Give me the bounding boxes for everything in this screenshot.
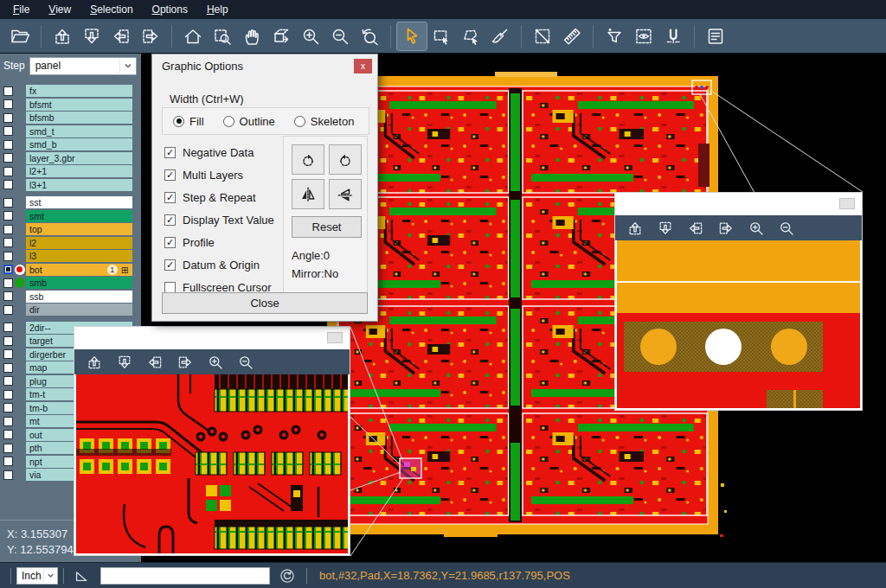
layer-visibility-checkbox[interactable] bbox=[3, 291, 13, 301]
layer-visibility-checkbox[interactable] bbox=[3, 278, 13, 288]
corner-angle-icon[interactable] bbox=[73, 567, 90, 585]
radio-fill[interactable]: Fill bbox=[173, 115, 204, 128]
checkbox[interactable] bbox=[164, 282, 176, 293]
layer-visibility-checkbox[interactable] bbox=[3, 457, 13, 466]
toolbar-pan-right-button[interactable] bbox=[136, 22, 165, 50]
menu-help[interactable]: Help bbox=[197, 2, 238, 18]
layer-visibility-checkbox[interactable] bbox=[3, 349, 13, 359]
popup-zoom-out-button[interactable] bbox=[778, 220, 795, 237]
layer-visibility-checkbox[interactable] bbox=[3, 403, 13, 412]
popup-zoom-content[interactable] bbox=[617, 240, 860, 408]
radio-dot[interactable] bbox=[173, 116, 184, 127]
layer-name-band[interactable]: smt bbox=[26, 210, 132, 222]
popup-pan-down-button[interactable] bbox=[116, 354, 133, 371]
toolbar-zoom-area-button[interactable] bbox=[208, 22, 237, 50]
layer-row-l3+1[interactable]: l3+1 bbox=[0, 179, 141, 191]
popup-pan-down-button[interactable] bbox=[657, 220, 674, 237]
layer-name-band[interactable]: bot1⊞ bbox=[26, 264, 132, 276]
layer-visibility-checkbox[interactable] bbox=[3, 363, 13, 373]
toolbar-clean-brush-button[interactable] bbox=[485, 22, 515, 50]
layer-name-band[interactable]: fx bbox=[26, 85, 132, 97]
toolbar-select-cursor-button[interactable] bbox=[397, 22, 427, 50]
mirror-vertical-button[interactable] bbox=[292, 179, 324, 209]
popup-titlebar[interactable] bbox=[615, 193, 862, 215]
layer-visibility-checkbox[interactable] bbox=[3, 376, 13, 386]
toolbar-view-eye-button[interactable] bbox=[629, 22, 658, 50]
magnifier-window-right[interactable] bbox=[614, 192, 863, 411]
layer-visibility-checkbox[interactable] bbox=[3, 211, 13, 220]
reset-button[interactable]: Reset bbox=[292, 216, 362, 238]
layer-row-l2+1[interactable]: l2+1 bbox=[0, 165, 141, 177]
toolbar-home-button[interactable] bbox=[178, 22, 208, 50]
popup-zoom-in-button[interactable] bbox=[207, 354, 224, 371]
chevron-down-icon[interactable] bbox=[43, 569, 56, 583]
popup-pan-right-button[interactable] bbox=[717, 220, 735, 237]
radio-skeleton[interactable]: Skeleton bbox=[294, 115, 355, 128]
toolbar-polygon-select-button[interactable] bbox=[456, 22, 485, 50]
layer-visibility-checkbox[interactable] bbox=[3, 225, 13, 234]
toolbar-zoom-previous-button[interactable] bbox=[355, 22, 384, 50]
option-datum-origin[interactable]: ✓Datum & Origin bbox=[164, 253, 274, 276]
layer-visibility-checkbox[interactable] bbox=[3, 265, 13, 274]
toolbar-ruler-button[interactable] bbox=[557, 22, 587, 50]
layer-name-band[interactable]: l3 bbox=[26, 250, 132, 262]
layer-row-smt[interactable]: smt bbox=[0, 210, 141, 222]
layer-row-ssb[interactable]: ssb bbox=[0, 291, 141, 303]
layer-row-dir[interactable]: dir bbox=[0, 304, 141, 316]
option-profile[interactable]: ✓Profile bbox=[164, 231, 274, 253]
layer-visibility-checkbox[interactable] bbox=[3, 470, 13, 480]
popup-pan-left-button[interactable] bbox=[687, 220, 704, 237]
layer-row-bfsmt[interactable]: bfsmt bbox=[0, 99, 141, 111]
checkbox[interactable]: ✓ bbox=[164, 214, 176, 226]
layer-visibility-checkbox[interactable] bbox=[3, 86, 13, 96]
popup-zoom-content[interactable] bbox=[76, 374, 348, 553]
layer-name-band[interactable]: smd_t bbox=[26, 125, 132, 137]
toolbar-zoom-out-button[interactable] bbox=[325, 22, 355, 50]
layer-row-smd_t[interactable]: smd_t bbox=[0, 125, 141, 137]
layer-visibility-checkbox[interactable] bbox=[3, 444, 13, 453]
magnifier-window-left[interactable] bbox=[74, 326, 350, 556]
menu-file[interactable]: File bbox=[3, 2, 39, 18]
layer-visibility-checkbox[interactable] bbox=[3, 180, 13, 189]
layer-visibility-checkbox[interactable] bbox=[3, 113, 13, 123]
toolbar-zoom-in-button[interactable] bbox=[296, 22, 325, 50]
layer-visibility-checkbox[interactable] bbox=[3, 336, 13, 346]
checkbox[interactable]: ✓ bbox=[164, 169, 176, 181]
toolbar-pan-left-button[interactable] bbox=[106, 22, 136, 50]
layer-visibility-checkbox[interactable] bbox=[3, 323, 13, 332]
checkbox[interactable]: ✓ bbox=[164, 237, 176, 248]
layer-name-band[interactable]: dir bbox=[26, 304, 132, 316]
layer-row-l3[interactable]: l3 bbox=[0, 250, 141, 262]
popup-pan-up-button[interactable] bbox=[86, 354, 103, 371]
layer-visibility-checkbox[interactable] bbox=[3, 305, 13, 315]
popup-pan-up-button[interactable] bbox=[626, 220, 644, 237]
toolbar-sheet-flip-button[interactable] bbox=[266, 22, 296, 50]
layer-active-indicator[interactable] bbox=[13, 278, 26, 288]
layer-row-fx[interactable]: fx bbox=[0, 85, 141, 97]
option-display-text-value[interactable]: ✓Display Text Value bbox=[164, 208, 274, 231]
layer-row-sst[interactable]: sst bbox=[0, 196, 141, 208]
layer-visibility-checkbox[interactable] bbox=[3, 167, 13, 176]
popup-titlebar-button[interactable] bbox=[327, 332, 343, 343]
menu-selection[interactable]: Selection bbox=[80, 2, 142, 18]
layer-visibility-checkbox[interactable] bbox=[3, 140, 13, 150]
radio-dot[interactable] bbox=[294, 116, 305, 127]
layer-name-band[interactable]: smb bbox=[26, 277, 132, 289]
popup-zoom-in-button[interactable] bbox=[748, 220, 765, 237]
layer-visibility-checkbox[interactable] bbox=[3, 252, 13, 261]
toolbar-snap-magnet-button[interactable] bbox=[658, 22, 688, 50]
layer-visibility-checkbox[interactable] bbox=[3, 430, 13, 439]
grid-icon[interactable]: ⊞ bbox=[121, 265, 129, 275]
close-icon[interactable]: x bbox=[354, 59, 372, 74]
menu-view[interactable]: View bbox=[39, 2, 80, 18]
layer-name-band[interactable]: bfsmt bbox=[26, 99, 132, 111]
rotate-cw-button[interactable] bbox=[292, 144, 324, 175]
layer-visibility-checkbox[interactable] bbox=[3, 126, 13, 136]
layer-visibility-checkbox[interactable] bbox=[3, 417, 13, 426]
option-multi-layers[interactable]: ✓Multi Layers bbox=[164, 163, 274, 186]
option-step-repeat[interactable]: ✓Step & Repeat bbox=[164, 186, 274, 208]
rotate-ccw-button[interactable] bbox=[329, 144, 362, 175]
checkbox[interactable]: ✓ bbox=[164, 192, 176, 203]
radio-outline[interactable]: Outline bbox=[223, 115, 275, 128]
toolbar-filter-button[interactable] bbox=[600, 22, 629, 50]
